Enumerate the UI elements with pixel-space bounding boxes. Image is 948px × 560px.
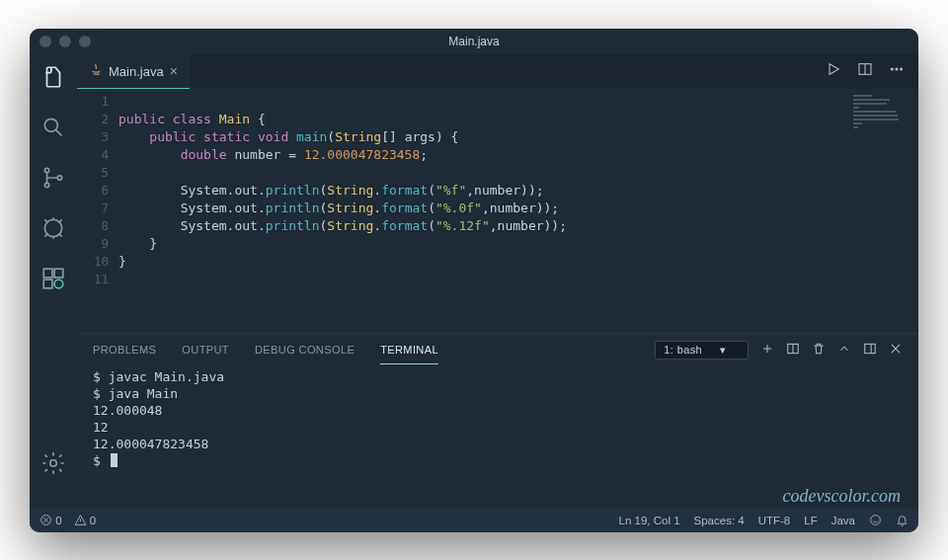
svg-point-1: [44, 168, 48, 172]
run-icon[interactable]: [826, 61, 841, 82]
more-actions-icon[interactable]: [889, 61, 905, 82]
status-indent[interactable]: Spaces: 4: [694, 515, 745, 526]
code-editor[interactable]: 1 2 3 4 5 6 7 8 9 10 11 public class Mai…: [77, 89, 918, 333]
panel-position-icon[interactable]: [863, 342, 877, 358]
line-number-gutter: 1 2 3 4 5 6 7 8 9 10 11: [77, 89, 118, 333]
settings-gear-icon[interactable]: [40, 450, 66, 481]
debug-icon[interactable]: [40, 215, 66, 246]
svg-rect-7: [43, 280, 52, 288]
window-title: Main.java: [30, 35, 918, 48]
svg-point-0: [44, 119, 57, 131]
explorer-icon[interactable]: [40, 64, 66, 95]
extensions-icon[interactable]: [40, 266, 66, 296]
status-encoding[interactable]: UTF-8: [758, 515, 791, 526]
status-feedback-icon[interactable]: [869, 514, 882, 526]
terminal-line: 12: [93, 419, 903, 436]
search-icon[interactable]: [40, 115, 66, 145]
panel-tab-debug[interactable]: DEBUG CONSOLE: [255, 336, 355, 363]
panel-tabs: PROBLEMS OUTPUT DEBUG CONSOLE TERMINAL 1…: [77, 334, 918, 366]
svg-point-12: [896, 68, 898, 70]
close-panel-icon[interactable]: [889, 342, 903, 358]
split-editor-icon[interactable]: [857, 61, 873, 82]
status-language[interactable]: Java: [831, 515, 855, 526]
bottom-panel: PROBLEMS OUTPUT DEBUG CONSOLE TERMINAL 1…: [77, 333, 918, 509]
terminal-line: $ javac Main.java: [93, 368, 903, 385]
source-control-icon[interactable]: [40, 165, 66, 196]
editor-group: Main.java × 1 2 3 4 5 6 7: [77, 54, 918, 509]
watermark: codevscolor.com: [783, 488, 901, 505]
svg-rect-6: [54, 269, 63, 278]
svg-rect-5: [43, 269, 52, 278]
panel-tab-terminal[interactable]: TERMINAL: [380, 336, 438, 364]
status-warnings[interactable]: 0: [74, 514, 97, 526]
svg-point-13: [901, 68, 903, 70]
status-bell-icon[interactable]: [896, 514, 908, 526]
tab-close-icon[interactable]: ×: [170, 63, 178, 79]
svg-rect-15: [865, 344, 876, 353]
status-bar: 0 0 Ln 19, Col 1 Spaces: 4 UTF-8 LF Java: [30, 509, 918, 532]
panel-tab-problems[interactable]: PROBLEMS: [93, 336, 156, 363]
vscode-window: Main.java: [30, 29, 918, 532]
code-content[interactable]: public class Main { public static void m…: [118, 89, 849, 333]
terminal-selector[interactable]: 1: bash ▾: [655, 341, 749, 360]
new-terminal-icon[interactable]: [760, 342, 774, 358]
terminal-line: $: [93, 452, 903, 469]
split-terminal-icon[interactable]: [786, 342, 800, 358]
terminal-cursor: [111, 453, 118, 467]
svg-point-8: [54, 280, 63, 288]
activity-bar: [30, 54, 77, 509]
tab-label: Main.java: [109, 64, 164, 79]
java-file-icon: [89, 63, 103, 79]
svg-point-3: [57, 175, 61, 179]
trash-terminal-icon[interactable]: [812, 342, 826, 358]
svg-point-17: [871, 516, 881, 525]
status-line-col[interactable]: Ln 19, Col 1: [619, 515, 680, 526]
editor-actions: [826, 54, 918, 89]
status-eol[interactable]: LF: [804, 515, 817, 526]
minimap[interactable]: [849, 89, 918, 333]
window-body: Main.java × 1 2 3 4 5 6 7: [30, 54, 918, 509]
editor-tabs: Main.java ×: [77, 54, 918, 89]
maximize-panel-icon[interactable]: [837, 342, 851, 358]
terminal-line: $ java Main: [93, 385, 903, 402]
panel-tab-output[interactable]: OUTPUT: [182, 336, 229, 363]
svg-point-11: [891, 68, 893, 70]
titlebar: Main.java: [30, 29, 918, 54]
status-errors[interactable]: 0: [40, 514, 62, 526]
svg-point-9: [50, 459, 57, 466]
terminal-line: 12.000047823458: [93, 436, 903, 452]
svg-point-2: [44, 183, 48, 187]
tab-main-java[interactable]: Main.java ×: [77, 54, 190, 89]
terminal[interactable]: $ javac Main.java $ java Main 12.000048 …: [77, 366, 918, 509]
terminal-line: 12.000048: [93, 402, 903, 419]
panel-actions: 1: bash ▾: [655, 341, 903, 360]
